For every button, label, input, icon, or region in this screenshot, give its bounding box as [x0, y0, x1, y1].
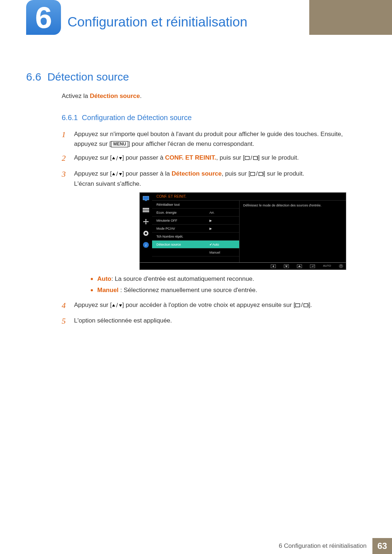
- auto-label: AUTO: [323, 264, 331, 268]
- move-icon: [142, 219, 150, 225]
- subsection-number: 6.6.1: [62, 114, 78, 122]
- svg-marker-1: [119, 157, 122, 160]
- svg-marker-16: [148, 221, 149, 222]
- osd-value: [206, 201, 239, 209]
- subsection-heading: 6.6.1 Configuration de Détection source: [62, 114, 192, 122]
- footer-chapter-label: 6 Configuration et réinitialisation: [273, 538, 372, 554]
- bars-icon: [142, 207, 150, 213]
- page-footer: 6 Configuration et réinitialisation 63: [273, 538, 392, 554]
- step-number: 3: [62, 168, 74, 180]
- step-body: Appuyez sur [/] pour accéder à l'option …: [74, 299, 367, 311]
- osd-footer-nav: AUTO: [139, 263, 346, 270]
- conf-reinit-term: CONF. ET REINIT.: [165, 154, 216, 161]
- osd-item: Econ. énergie: [152, 209, 206, 217]
- window-source-icon: /: [295, 300, 309, 310]
- osd-item-selected: Détection source: [152, 241, 206, 249]
- step-1: 1 Appuyez sur n'importe quel bouton à l'…: [62, 128, 367, 149]
- svg-text:i: i: [145, 243, 146, 247]
- window-source-icon: /: [245, 153, 258, 163]
- osd-item: Tch Nombre répét.: [152, 233, 206, 241]
- up-arrow-icon: [297, 264, 302, 268]
- monitor-icon: [142, 196, 150, 201]
- osd-value-selected: ✔ Auto: [206, 241, 239, 249]
- bullet-dot-icon: [91, 278, 93, 280]
- enter-icon: [310, 264, 315, 268]
- svg-marker-0: [112, 157, 115, 159]
- chapter-title: Configuration et réinitialisation: [68, 15, 248, 30]
- info-icon: i: [142, 242, 150, 248]
- svg-marker-25: [298, 265, 301, 267]
- svg-marker-4: [112, 173, 115, 175]
- svg-rect-6: [250, 172, 255, 176]
- osd-sidebar-icons: i: [140, 193, 152, 262]
- up-down-arrows-icon: /: [112, 153, 122, 163]
- svg-rect-18: [144, 221, 148, 222]
- osd-item: [152, 249, 206, 257]
- step-body: L'option sélectionnée est appliquée.: [74, 315, 367, 325]
- up-down-arrows-icon: /: [112, 169, 122, 179]
- osd-value: Arr.: [206, 209, 239, 217]
- svg-marker-14: [145, 223, 147, 225]
- svg-rect-2: [245, 156, 249, 160]
- auto-term: Auto: [97, 275, 111, 282]
- osd-value: [206, 233, 239, 241]
- manuel-term: Manuel: [97, 287, 119, 294]
- svg-rect-9: [145, 200, 147, 201]
- steps-list: 1 Appuyez sur n'importe quel bouton à l'…: [62, 128, 367, 330]
- svg-rect-30: [295, 304, 300, 307]
- intro-term: Détection source: [90, 93, 140, 99]
- osd-value: Manuel: [206, 249, 239, 257]
- down-arrow-icon: [284, 264, 289, 268]
- svg-rect-10: [143, 208, 149, 209]
- osd-value: ▶: [206, 217, 239, 225]
- menu-button-icon: MENU: [111, 141, 128, 147]
- osd-title: CONF. ET REINIT.: [152, 193, 346, 201]
- left-arrow-icon: [271, 264, 276, 268]
- osd-menu-list: Réinitialiser tout Econ. énergie Minuter…: [152, 201, 206, 262]
- gear-icon: [142, 230, 150, 236]
- page-header: 6 Configuration et réinitialisation: [0, 0, 392, 35]
- section-number: 6.6: [26, 71, 41, 83]
- svg-marker-15: [143, 221, 144, 222]
- osd-value-list: Arr. ▶ ▶ ✔ Auto Manuel: [206, 201, 239, 262]
- step-body: Appuyez sur n'importe quel bouton à l'av…: [74, 128, 367, 149]
- detection-source-term: Détection source: [172, 170, 222, 177]
- subsection-title: Configuration de Détection source: [82, 114, 192, 122]
- step-body: Appuyez sur [/] pour passer à CONF. ET R…: [74, 152, 367, 163]
- osd-value: ▶: [206, 225, 239, 233]
- header-tan-block: [309, 0, 392, 35]
- chapter-badge: 6: [26, 0, 61, 35]
- window-source-icon: /: [250, 169, 264, 178]
- step-number: 5: [62, 315, 74, 327]
- bullet-auto: Auto: La source d'entrée est automatique…: [91, 274, 367, 285]
- svg-marker-23: [272, 265, 274, 267]
- osd-description: Définissez le mode de détection des sour…: [239, 201, 346, 262]
- osd-item: Réinitialiser tout: [152, 201, 206, 209]
- intro-text: Activez la Détection source.: [62, 93, 142, 100]
- svg-rect-12: [143, 211, 149, 212]
- svg-marker-29: [119, 304, 122, 307]
- step-number: 2: [62, 152, 74, 164]
- step-number: 4: [62, 299, 74, 312]
- osd-item: Minuterie OFF: [152, 217, 206, 225]
- svg-rect-11: [143, 210, 149, 211]
- osd-panel: i CONF. ET REINIT. Réinitialiser tout Ec…: [139, 192, 346, 270]
- up-down-arrows-icon: /: [112, 300, 122, 310]
- step-body: Appuyez sur [/] pour passer à la Détecti…: [74, 168, 367, 296]
- svg-marker-28: [112, 304, 115, 307]
- bullet-dot-icon: [91, 289, 93, 291]
- step-5: 5 L'option sélectionnée est appliquée.: [62, 315, 367, 327]
- section-title: Détection source: [47, 71, 129, 83]
- bullet-manuel: Manuel : Sélectionnez manuellement une s…: [91, 285, 367, 296]
- option-bullets: Auto: La source d'entrée est automatique…: [91, 274, 367, 296]
- svg-rect-8: [143, 196, 149, 200]
- osd-item: Mode PC/AV: [152, 225, 206, 233]
- step-4: 4 Appuyez sur [/] pour accéder à l'optio…: [62, 299, 367, 312]
- power-icon: [339, 264, 343, 268]
- svg-point-20: [145, 232, 147, 234]
- svg-marker-5: [119, 173, 122, 176]
- chapter-number: 6: [26, 0, 61, 35]
- step-number: 1: [62, 128, 74, 141]
- page-number: 63: [372, 538, 392, 554]
- step-2: 2 Appuyez sur [/] pour passer à CONF. ET…: [62, 152, 367, 164]
